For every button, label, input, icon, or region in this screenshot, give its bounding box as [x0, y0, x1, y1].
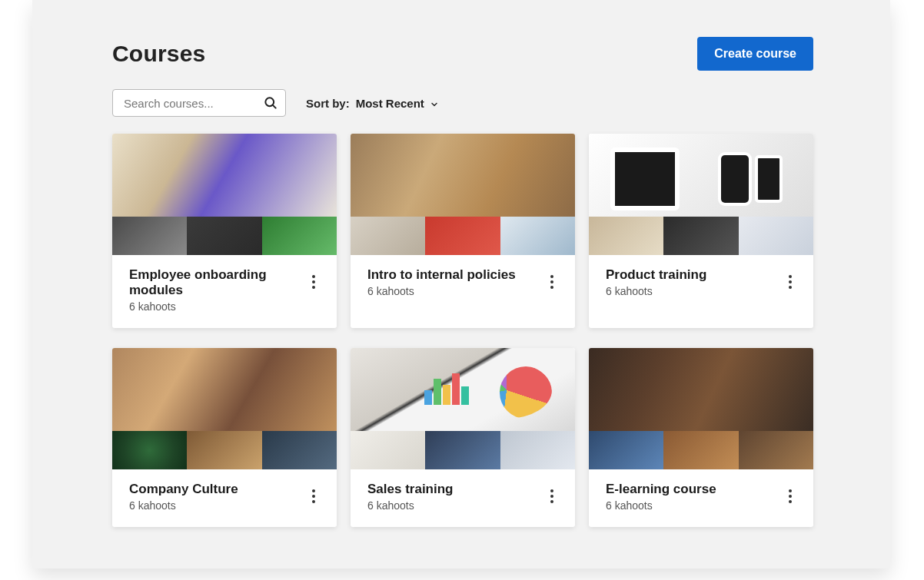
svg-line-1: [273, 105, 276, 108]
course-title: Employee onboarding modules: [129, 267, 304, 298]
course-card[interactable]: Employee onboarding modules 6 kahoots: [112, 134, 337, 328]
more-options-button[interactable]: [304, 487, 323, 505]
search-icon: [263, 95, 278, 111]
course-card[interactable]: Sales training 6 kahoots: [351, 348, 575, 527]
course-thumbnail: [351, 348, 575, 469]
sort-control: Sort by: Most Recent: [306, 97, 439, 110]
course-thumbnail: [351, 134, 575, 255]
more-vertical-icon: [312, 275, 315, 289]
course-grid: Employee onboarding modules 6 kahoots In…: [32, 117, 890, 527]
more-options-button[interactable]: [781, 487, 799, 505]
more-vertical-icon: [550, 275, 553, 289]
course-thumbnail: [112, 348, 337, 469]
sort-label: Sort by:: [306, 97, 350, 110]
more-options-button[interactable]: [304, 273, 323, 291]
sort-dropdown[interactable]: Most Recent: [356, 97, 439, 110]
page-title: Courses: [112, 41, 205, 67]
sort-value-text: Most Recent: [356, 97, 424, 110]
course-subtitle: 6 kahoots: [606, 499, 716, 512]
course-card[interactable]: E-learning course 6 kahoots: [589, 348, 813, 527]
more-options-button[interactable]: [543, 487, 561, 505]
course-title: Company Culture: [129, 482, 238, 497]
course-card[interactable]: Company Culture 6 kahoots: [112, 348, 337, 527]
course-title: Product training: [606, 267, 706, 283]
more-vertical-icon: [789, 275, 792, 289]
course-title: E-learning course: [606, 482, 716, 497]
more-options-button[interactable]: [781, 273, 799, 291]
search-wrap: [112, 89, 286, 117]
search-input[interactable]: [112, 89, 286, 117]
course-subtitle: 6 kahoots: [367, 499, 453, 512]
course-subtitle: 6 kahoots: [367, 285, 516, 297]
course-thumbnail: [112, 134, 337, 255]
more-options-button[interactable]: [543, 273, 561, 291]
course-subtitle: 6 kahoots: [606, 285, 706, 297]
course-thumbnail: [589, 134, 813, 255]
more-vertical-icon: [550, 489, 553, 503]
header: Courses Create course: [32, 0, 890, 71]
courses-panel: Courses Create course Sort by: Most Rece…: [32, 0, 890, 568]
more-vertical-icon: [312, 489, 315, 503]
course-card[interactable]: Intro to internal policies 6 kahoots: [351, 134, 575, 328]
course-subtitle: 6 kahoots: [129, 300, 304, 313]
course-card[interactable]: Product training 6 kahoots: [589, 134, 813, 328]
chevron-down-icon: [430, 98, 439, 108]
course-title: Intro to internal policies: [367, 267, 516, 283]
course-thumbnail: [589, 348, 813, 469]
course-title: Sales training: [367, 482, 453, 497]
create-course-button[interactable]: Create course: [697, 37, 813, 71]
course-subtitle: 6 kahoots: [129, 499, 238, 512]
more-vertical-icon: [789, 489, 792, 503]
controls-row: Sort by: Most Recent: [32, 71, 890, 117]
